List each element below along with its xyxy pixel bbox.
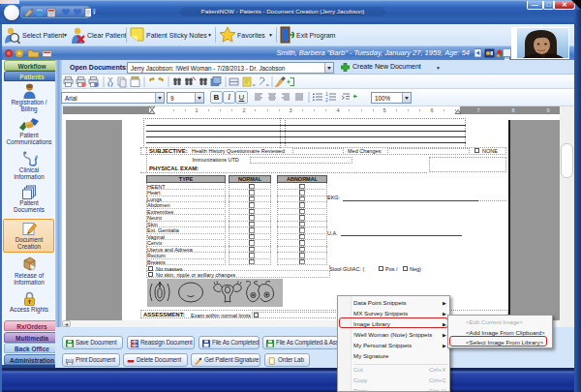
svg-text:2: 2 [242,107,245,113]
svg-text:7: 7 [476,107,479,113]
svg-text:2: 2 [325,97,328,103]
svg-text:6: 6 [430,107,433,113]
svg-text:1: 1 [195,107,198,113]
svg-text:8: 8 [511,107,514,113]
svg-text:3: 3 [289,107,291,113]
svg-text:4: 4 [336,107,339,113]
svg-text:5: 5 [382,107,385,113]
svg-text:9: 9 [546,107,549,113]
